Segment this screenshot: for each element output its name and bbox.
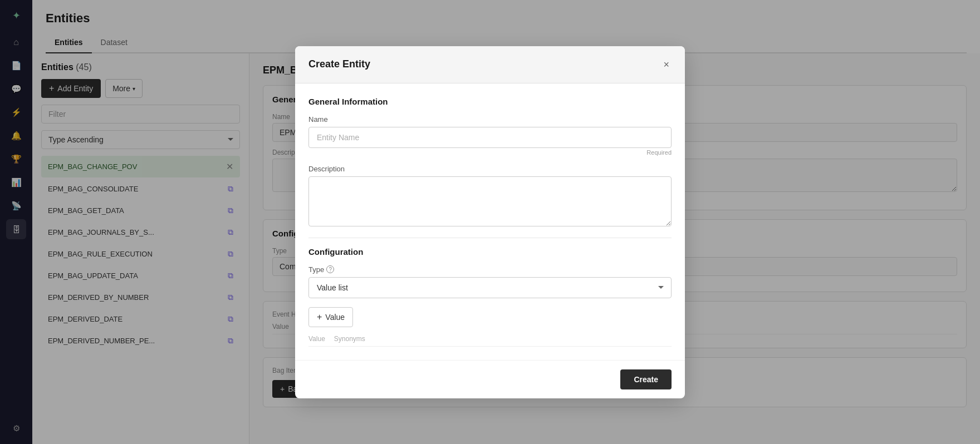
modal-body: General Information Name Required Descri…: [295, 83, 685, 360]
plus-icon-value: +: [317, 312, 322, 322]
modal-overlay[interactable]: Create Entity × General Information Name…: [0, 0, 980, 444]
synonym-col-header: Synonyms: [334, 335, 365, 343]
required-label: Required: [308, 149, 672, 156]
entity-name-input[interactable]: [308, 127, 672, 148]
create-button[interactable]: Create: [620, 369, 672, 389]
modal-title: Create Entity: [308, 58, 370, 70]
description-textarea[interactable]: [308, 176, 672, 226]
type-label-text: Type: [308, 265, 324, 274]
name-label: Name: [308, 115, 672, 124]
description-label: Description: [308, 165, 672, 173]
modal-close-button[interactable]: ×: [661, 57, 672, 72]
add-value-label: Value: [325, 313, 345, 322]
add-value-button[interactable]: + Value: [308, 307, 353, 327]
type-form-group: Type ? Value list Composite Derived Syst…: [308, 265, 672, 298]
value-table-header: Value Synonyms: [308, 335, 672, 347]
description-form-group: Description: [308, 165, 672, 229]
modal-footer: Create: [295, 360, 685, 398]
type-select[interactable]: Value list Composite Derived System: [308, 277, 672, 298]
create-entity-modal: Create Entity × General Information Name…: [295, 46, 685, 398]
type-label: Type ?: [308, 265, 672, 274]
modal-general-title: General Information: [308, 97, 672, 106]
modal-config-title: Configuration: [308, 247, 672, 256]
type-info-icon[interactable]: ?: [326, 265, 334, 273]
config-divider: [308, 238, 672, 238]
modal-header: Create Entity ×: [295, 46, 685, 83]
value-col-header: Value: [308, 335, 325, 343]
name-form-group: Name Required: [308, 115, 672, 156]
